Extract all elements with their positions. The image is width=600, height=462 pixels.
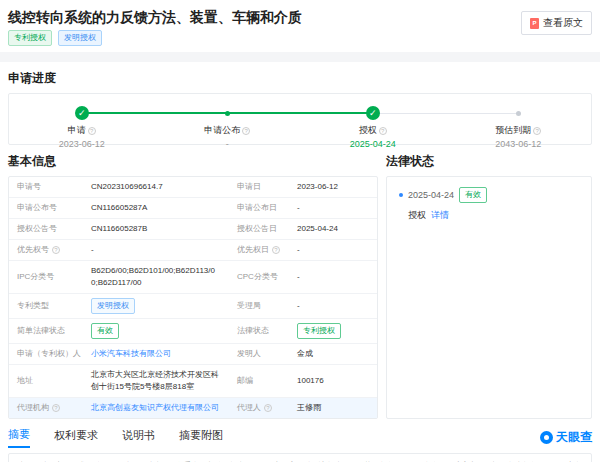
table-row: 申请（专利权）人 小米汽车科技有限公司 发明人 金成 <box>9 344 377 365</box>
table-row: 专利类型 发明授权 受理局 - <box>9 294 377 319</box>
step-label: 授权 <box>359 124 377 137</box>
info-icon[interactable]: ? <box>52 246 60 254</box>
view-original-label: 查看原文 <box>543 16 583 30</box>
tab-abstract-figure[interactable]: 摘要附图 <box>179 428 223 447</box>
dot-icon <box>516 111 521 116</box>
basic-info-section: 基本信息 申请号 CN202310696614.7 申请日 2023-06-12… <box>8 145 378 419</box>
simple-legal-status-badge: 有效 <box>91 323 119 339</box>
field-value: - <box>289 294 377 318</box>
field-label: 地址 <box>9 365 83 397</box>
field-label: 申请公布号 <box>9 198 83 218</box>
field-value: CN202310696614.7 <box>83 177 229 197</box>
step-publication: 申请公布? - <box>155 106 301 149</box>
info-icon[interactable]: ? <box>242 127 250 135</box>
field-value: - <box>289 240 377 260</box>
abstract-panel: 本公开涉及车辆技术领域，具体涉及一种线控转向系统的力反馈方法、装置、车辆和介质。… <box>8 453 592 462</box>
step-date: 2025-04-24 <box>350 139 396 149</box>
address-value: 北京市大兴区北京经济技术开发区科创十街15号院5号楼8层818室 <box>83 365 229 397</box>
field-label: 优先权日 <box>237 244 269 256</box>
step-date: 2043-06-12 <box>495 139 541 149</box>
step-apply: ✓ 申请? 2023-06-12 <box>9 106 155 149</box>
section-divider <box>0 52 600 62</box>
applicant-link[interactable]: 小米汽车科技有限公司 <box>91 348 171 360</box>
field-label: 专利类型 <box>9 294 83 318</box>
legal-status-panel: 2025-04-24 有效 授权 详情 <box>386 176 592 419</box>
invention-granted-badge: 发明授权 <box>58 30 102 46</box>
step-label: 预估到期 <box>495 124 531 137</box>
tianyancha-logo[interactable]: 天眼查 <box>540 429 592 446</box>
header-left: 线控转向系统的力反馈方法、装置、车辆和介质 专利授权 发明授权 <box>8 9 302 46</box>
table-row: 地址 北京市大兴区北京经济技术开发区科创十街15号院5号楼8层818室 邮编 1… <box>9 365 377 398</box>
step-expiry: 预估到期? 2043-06-12 <box>446 106 592 149</box>
progress-section: 申请进度 ✓ 申请? 2023-06-12 申请公布? - ✓ 授权? <box>0 70 600 145</box>
step-date: 2023-06-12 <box>59 139 105 149</box>
agency-link[interactable]: 北京高创嘉友知识产权代理有限公司 <box>91 402 219 414</box>
field-value: - <box>289 261 377 293</box>
legal-status-badge: 专利授权 <box>297 323 341 339</box>
tab-description[interactable]: 说明书 <box>122 428 155 447</box>
postcode-value: 100176 <box>289 365 377 397</box>
legal-detail-link[interactable]: 详情 <box>431 209 449 222</box>
info-icon[interactable]: ? <box>533 127 541 135</box>
info-icon[interactable]: ? <box>88 127 96 135</box>
info-icon[interactable]: ? <box>52 404 60 412</box>
step-label: 申请 <box>68 124 86 137</box>
legal-status-date: 2025-04-24 <box>408 190 454 200</box>
table-row: 申请号 CN202310696614.7 申请日 2023-06-12 <box>9 177 377 198</box>
patent-type-badge: 发明授权 <box>91 298 135 314</box>
page-title: 线控转向系统的力反馈方法、装置、车辆和介质 <box>8 9 302 25</box>
basic-info-title: 基本信息 <box>8 153 378 170</box>
badge-row: 专利授权 发明授权 <box>8 30 302 46</box>
tab-abstract[interactable]: 摘要 <box>8 427 30 448</box>
legal-action: 授权 <box>408 209 426 222</box>
agent-value: 王修雨 <box>289 398 377 418</box>
field-value: CN116605287A <box>83 198 229 218</box>
table-row: 优先权号? - 优先权日? - <box>9 240 377 261</box>
field-value: 2023-06-12 <box>289 177 377 197</box>
field-label: 申请（专利权）人 <box>9 344 83 364</box>
inventor-value: 金成 <box>289 344 377 364</box>
basic-info-table: 申请号 CN202310696614.7 申请日 2023-06-12 申请公布… <box>8 176 378 419</box>
progress-section-title: 申请进度 <box>8 70 592 87</box>
doc-tabs: 摘要 权利要求 说明书 摘要附图 天眼查 <box>0 419 600 448</box>
tianyancha-logo-icon <box>540 431 553 444</box>
step-grant: ✓ 授权? 2025-04-24 <box>300 106 446 149</box>
field-value: B62D6/00;B62D101/00;B62D113/00;B62D117/0… <box>83 261 229 293</box>
field-label: 申请公布日 <box>229 198 289 218</box>
pdf-icon: P <box>530 18 539 29</box>
field-label: 授权公告号 <box>9 219 83 239</box>
field-label: 受理局 <box>229 294 289 318</box>
legal-valid-badge: 有效 <box>459 187 487 203</box>
table-row: 代理机构? 北京高创嘉友知识产权代理有限公司 代理人? 王修雨 <box>9 398 377 418</box>
patent-granted-badge: 专利授权 <box>8 30 52 46</box>
progress-timeline: ✓ 申请? 2023-06-12 申请公布? - ✓ 授权? 2025-04-2… <box>8 93 592 145</box>
field-label: CPC分类号 <box>229 261 289 293</box>
field-label: 申请日 <box>229 177 289 197</box>
field-label: 法律状态 <box>229 319 289 343</box>
field-label: 优先权号 <box>17 244 49 256</box>
legal-status-item: 2025-04-24 有效 <box>399 187 579 203</box>
progress-steps: ✓ 申请? 2023-06-12 申请公布? - ✓ 授权? 2025-04-2… <box>9 94 591 149</box>
table-row: 授权公告号 CN116605287B 授权公告日 2025-04-24 <box>9 219 377 240</box>
field-value: CN116605287B <box>83 219 229 239</box>
field-label: 发明人 <box>229 344 289 364</box>
field-label: 代理人 <box>237 402 261 414</box>
field-label: 简单法律状态 <box>9 319 83 343</box>
field-label: 授权公告日 <box>229 219 289 239</box>
field-value: - <box>83 240 229 260</box>
field-label: IPC分类号 <box>9 261 83 293</box>
info-icon[interactable]: ? <box>379 127 387 135</box>
tab-claims[interactable]: 权利要求 <box>54 428 98 447</box>
tianyancha-logo-text: 天眼查 <box>556 429 592 446</box>
table-row: IPC分类号 B62D6/00;B62D101/00;B62D113/00;B6… <box>9 261 377 294</box>
field-label: 申请号 <box>9 177 83 197</box>
patent-detail-page: 线控转向系统的力反馈方法、装置、车辆和介质 专利授权 发明授权 P 查看原文 申… <box>0 0 600 462</box>
field-label: 代理机构 <box>17 402 49 414</box>
info-icon[interactable]: ? <box>264 404 272 412</box>
legal-status-title: 法律状态 <box>386 153 592 170</box>
info-icon[interactable]: ? <box>272 246 280 254</box>
field-value: - <box>289 198 377 218</box>
view-original-button[interactable]: P 查看原文 <box>521 11 592 35</box>
bullet-icon <box>399 193 403 197</box>
legal-status-section: 法律状态 2025-04-24 有效 授权 详情 <box>386 145 592 419</box>
